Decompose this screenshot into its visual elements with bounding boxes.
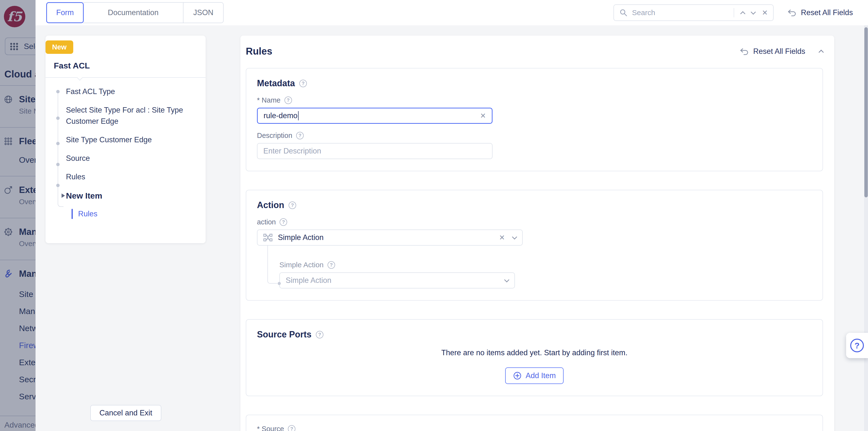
- simple-action-label: Simple Action: [279, 261, 323, 269]
- search-input[interactable]: Search ✕: [614, 4, 774, 21]
- chevron-down-icon[interactable]: [504, 277, 509, 282]
- tab-documentation[interactable]: Documentation: [83, 2, 184, 23]
- search-clear-icon[interactable]: ✕: [762, 9, 768, 16]
- step-item[interactable]: Site Type Customer Edge: [45, 134, 197, 145]
- step-item[interactable]: Select Site Type For acl : Site Type Cus…: [45, 105, 197, 127]
- reset-all-fields-label: Reset All Fields: [801, 8, 853, 17]
- step-dot: [56, 163, 60, 166]
- metadata-heading: Metadata: [257, 78, 295, 88]
- step-child-rules-active[interactable]: Rules: [45, 208, 197, 220]
- help-icon[interactable]: ?: [299, 80, 307, 87]
- description-placeholder: Enter Description: [263, 147, 321, 155]
- action-field-label: action: [257, 218, 276, 226]
- action-select[interactable]: Simple Action ✕: [257, 230, 523, 246]
- help-floating-button[interactable]: ?: [846, 333, 868, 358]
- action-select-value: Simple Action: [278, 233, 323, 242]
- help-icon[interactable]: ?: [288, 425, 296, 431]
- empty-state-text: There are no items added yet. Start by a…: [257, 348, 812, 357]
- description-input[interactable]: Enter Description: [257, 143, 493, 159]
- action-heading: Action: [257, 200, 284, 210]
- step-item-label: New Item: [66, 191, 102, 201]
- source-ports-heading: Source Ports: [257, 329, 311, 340]
- name-label: * Name: [257, 96, 281, 104]
- metadata-card: Metadata ? * Name ? rule-demo ✕ Descript…: [246, 68, 823, 171]
- name-input-value: rule-demo: [264, 111, 298, 120]
- modal-dim-overlay: [0, 0, 35, 431]
- step-child-label: Rules: [78, 209, 97, 218]
- scrollbar-track[interactable]: [864, 25, 868, 431]
- clear-input-icon[interactable]: ✕: [480, 112, 486, 119]
- clear-select-icon[interactable]: ✕: [499, 234, 505, 241]
- search-prev-icon[interactable]: [740, 11, 745, 16]
- search-icon: [619, 8, 627, 17]
- help-icon[interactable]: ?: [296, 132, 304, 139]
- help-icon[interactable]: ?: [289, 201, 296, 209]
- undo-icon: [740, 47, 749, 56]
- plus-circle-icon: [513, 371, 522, 380]
- step-item[interactable]: Source: [45, 153, 197, 164]
- help-icon[interactable]: ?: [284, 96, 292, 104]
- panel-header: Rules Reset All Fields: [241, 35, 834, 68]
- source-label: * Source: [257, 425, 284, 431]
- form-content-area: New Fast ACL Fast ACL Type Select Site T…: [35, 25, 868, 431]
- collapse-section-icon[interactable]: [818, 50, 824, 55]
- help-icon[interactable]: ?: [280, 218, 287, 226]
- text-cursor: [298, 111, 299, 120]
- form-topbar: Form Documentation JSON Search ✕ Reset A…: [35, 0, 868, 25]
- sidebar: f5 Sele Cloud a Sites Site M: [0, 0, 35, 431]
- new-badge: New: [45, 40, 73, 54]
- shuffle-icon: [263, 233, 273, 242]
- panel-title: Rules: [246, 46, 272, 57]
- connector-line: [268, 245, 277, 284]
- source-ports-card: Source Ports ? There are no items added …: [246, 319, 823, 396]
- step-dot: [56, 142, 60, 145]
- divider: [45, 77, 206, 78]
- tab-form[interactable]: Form: [46, 2, 84, 23]
- step-dot: [56, 184, 60, 187]
- question-mark-icon: ?: [850, 339, 864, 352]
- source-card: * Source ? Prefix ✕: [246, 415, 823, 431]
- description-label: Description: [257, 132, 292, 140]
- reset-all-fields-label: Reset All Fields: [753, 47, 805, 56]
- step-dot: [56, 90, 60, 93]
- reset-all-fields-top-button[interactable]: Reset All Fields: [787, 8, 853, 17]
- name-input[interactable]: rule-demo ✕: [257, 108, 493, 124]
- help-icon[interactable]: ?: [316, 331, 323, 338]
- wizard-step-list: Fast ACL Type Select Site Type For acl :…: [45, 86, 197, 220]
- search-placeholder: Search: [632, 8, 655, 17]
- connector-dot: [278, 282, 281, 285]
- reset-all-fields-panel-button[interactable]: Reset All Fields: [740, 47, 805, 56]
- expand-arrow-icon: [62, 194, 65, 198]
- divider-notch: [76, 74, 83, 80]
- active-indicator-bar: [71, 209, 73, 219]
- divider: [734, 8, 734, 17]
- step-item-new-item[interactable]: New Item: [45, 190, 197, 201]
- nested-action-field: Simple Action ? Simple Action: [257, 246, 812, 288]
- undo-icon: [787, 8, 797, 17]
- step-dot: [56, 116, 60, 120]
- rules-form-panel: Rules Reset All Fields Metadata ? * Name…: [241, 35, 834, 431]
- view-tabs: Form Documentation JSON: [46, 2, 224, 23]
- cancel-and-exit-button[interactable]: Cancel and Exit: [90, 405, 161, 421]
- wizard-stepper-card: New Fast ACL Fast ACL Type Select Site T…: [45, 35, 206, 243]
- step-item[interactable]: Fast ACL Type: [45, 86, 197, 97]
- simple-action-select[interactable]: Simple Action: [279, 272, 515, 288]
- help-icon[interactable]: ?: [328, 261, 335, 269]
- tab-json[interactable]: JSON: [183, 2, 224, 23]
- add-item-label: Add Item: [526, 371, 556, 380]
- action-card: Action ? action ? Simple Action ✕: [246, 190, 823, 300]
- chevron-down-icon[interactable]: [512, 234, 517, 239]
- step-item[interactable]: Rules: [45, 171, 197, 182]
- simple-action-placeholder: Simple Action: [286, 276, 332, 285]
- search-next-icon[interactable]: [751, 9, 756, 15]
- add-item-button[interactable]: Add Item: [505, 367, 564, 384]
- scrollbar-thumb[interactable]: [864, 27, 868, 197]
